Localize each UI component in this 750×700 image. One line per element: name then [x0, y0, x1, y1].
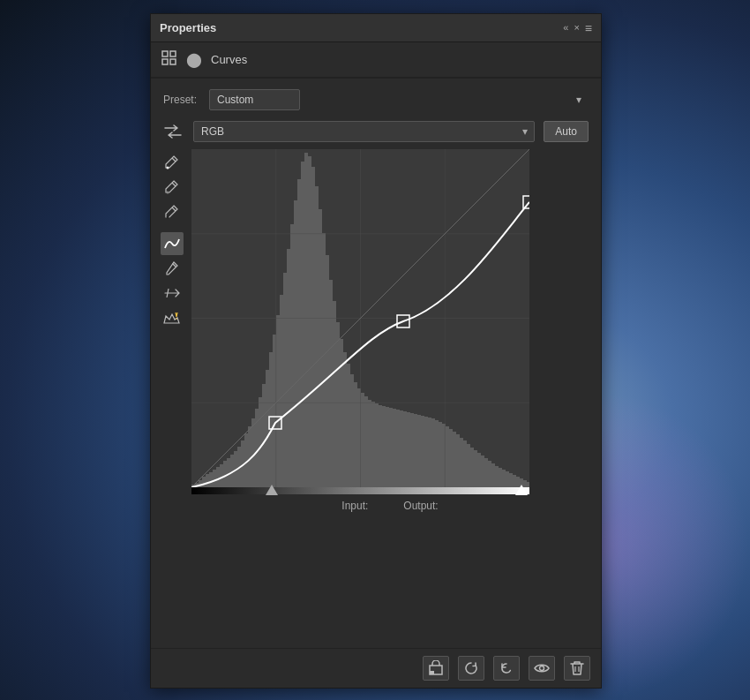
svg-rect-39: [290, 224, 294, 487]
svg-rect-38: [287, 249, 290, 487]
svg-rect-18: [216, 467, 220, 487]
svg-rect-17: [213, 470, 216, 487]
svg-rect-47: [319, 209, 322, 487]
svg-rect-73: [410, 413, 414, 487]
svg-rect-42: [301, 162, 304, 487]
svg-rect-85: [453, 432, 456, 487]
svg-rect-1: [170, 51, 176, 56]
histogram-warning-tool[interactable]: [161, 306, 184, 329]
tool-panel: [160, 149, 184, 516]
output-label: Output:: [403, 500, 438, 512]
close-button[interactable]: ×: [574, 23, 579, 33]
svg-rect-99: [502, 470, 506, 487]
curves-title: Curves: [211, 53, 247, 66]
channel-select-wrapper: RGB Red Green Blue: [193, 121, 535, 142]
svg-rect-81: [439, 422, 442, 487]
main-content: Input: Output:: [151, 149, 601, 516]
svg-rect-16: [209, 472, 213, 487]
svg-rect-78: [428, 418, 431, 487]
circle-icon: ⬤: [186, 51, 202, 68]
svg-rect-30: [259, 397, 262, 487]
svg-rect-67: [389, 408, 393, 487]
curve-adjust-tool[interactable]: [161, 232, 184, 255]
curves-graph-svg: [191, 149, 529, 487]
svg-rect-93: [481, 455, 484, 487]
svg-rect-62: [371, 402, 375, 487]
clip-to-layer-button[interactable]: [423, 656, 449, 681]
input-label-text: Input:: [341, 500, 368, 512]
svg-rect-3: [170, 59, 176, 64]
svg-rect-83: [446, 426, 449, 487]
white-point-eyedropper[interactable]: [161, 151, 184, 174]
properties-panel: Properties « × ≡ ⬤ Curves Preset: Custom: [150, 13, 602, 689]
svg-rect-96: [491, 463, 495, 487]
preset-row: Preset: Custom Default Strong Contrast L…: [151, 82, 601, 117]
svg-rect-86: [456, 434, 460, 487]
graph-container: Input: Output:: [191, 149, 589, 516]
svg-rect-43: [304, 153, 308, 487]
svg-rect-0: [162, 51, 168, 56]
svg-rect-55: [347, 364, 350, 487]
channel-swap-icon[interactable]: [163, 124, 184, 139]
menu-icon[interactable]: ≡: [585, 21, 592, 35]
header-row: ⬤ Curves: [151, 42, 601, 78]
svg-rect-92: [477, 453, 481, 487]
channel-row: RGB Red Green Blue Auto: [151, 117, 601, 149]
svg-rect-65: [382, 406, 386, 487]
grid-icon: [161, 50, 177, 69]
preset-select[interactable]: Custom Default Strong Contrast Lighter D…: [209, 89, 300, 110]
gray-point-eyedropper[interactable]: [161, 176, 184, 199]
svg-rect-87: [460, 438, 463, 487]
svg-rect-80: [435, 420, 439, 487]
svg-rect-53: [340, 339, 343, 487]
gradient-slider[interactable]: [191, 487, 529, 494]
svg-rect-84: [449, 429, 453, 487]
svg-rect-34: [273, 335, 276, 487]
svg-rect-15: [206, 474, 209, 487]
visibility-button[interactable]: [529, 656, 555, 681]
svg-rect-69: [396, 410, 400, 487]
svg-rect-14: [202, 477, 206, 487]
auto-button[interactable]: Auto: [544, 121, 589, 142]
svg-rect-44: [308, 156, 311, 487]
svg-rect-91: [474, 450, 477, 487]
svg-rect-52: [336, 322, 340, 487]
reset-view-button[interactable]: [458, 656, 484, 681]
svg-point-4: [167, 167, 169, 169]
title-bar: Properties « × ≡: [151, 14, 601, 42]
shadow-slider-thumb[interactable]: [266, 485, 278, 495]
separator-1: [151, 78, 601, 79]
svg-rect-100: [506, 471, 509, 487]
collapse-button[interactable]: «: [563, 23, 568, 33]
output-label-text: Output:: [403, 500, 438, 512]
svg-point-8: [176, 318, 177, 320]
svg-rect-49: [326, 255, 329, 487]
svg-rect-45: [311, 167, 315, 487]
svg-rect-77: [424, 417, 428, 487]
preset-select-wrapper: Custom Default Strong Contrast Lighter D…: [209, 89, 589, 110]
svg-rect-20: [223, 461, 227, 487]
channel-select[interactable]: RGB Red Green Blue: [193, 121, 535, 142]
title-bar-controls: « × ≡: [563, 21, 592, 35]
pencil-draw-tool[interactable]: [161, 257, 184, 280]
bottom-toolbar: [151, 648, 601, 688]
svg-point-5: [167, 192, 169, 194]
svg-rect-95: [488, 461, 491, 487]
svg-rect-40: [294, 200, 297, 487]
curves-canvas[interactable]: [191, 149, 529, 487]
preset-label: Preset:: [163, 94, 200, 106]
redistribute-tool[interactable]: [161, 282, 184, 305]
input-label: Input:: [341, 500, 368, 512]
svg-rect-70: [400, 410, 403, 487]
svg-rect-94: [484, 458, 488, 487]
svg-rect-63: [375, 403, 379, 487]
black-point-eyedropper[interactable]: [161, 200, 184, 223]
svg-rect-90: [470, 448, 474, 487]
svg-rect-50: [329, 280, 333, 487]
delete-button[interactable]: [564, 656, 590, 681]
svg-rect-79: [431, 418, 435, 487]
highlight-slider-thumb[interactable]: [515, 485, 528, 495]
svg-rect-97: [495, 466, 499, 487]
svg-rect-37: [283, 273, 287, 487]
undo-button[interactable]: [493, 656, 520, 681]
